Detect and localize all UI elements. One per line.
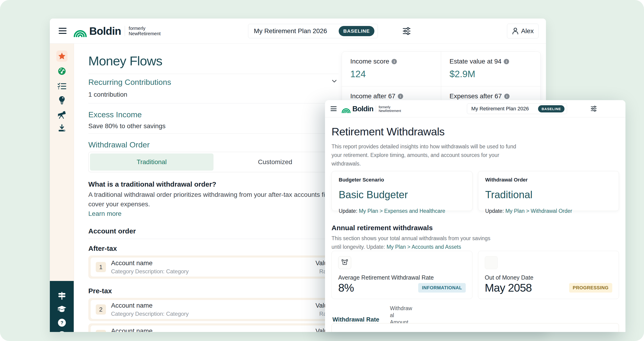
brand-wordmark: Boldin [352, 105, 373, 113]
explainer-answer: A traditional withdrawal order prioritiz… [88, 190, 348, 209]
sidebar-bottom-section: ? [50, 281, 74, 332]
sidebar-item-favorites[interactable] [56, 50, 68, 62]
group-after-tax-label: After-tax [88, 244, 117, 252]
section-recurring-contributions[interactable]: Recurring Contributions [88, 78, 171, 87]
withdrawal-order-card: Withdrawal Order Traditional Update: My … [478, 171, 619, 211]
withdrawal-order-tabs: Traditional Customized [88, 152, 338, 172]
star-icon [58, 52, 66, 60]
plan-settings-button[interactable] [590, 105, 598, 112]
sidebar-item-planner[interactable] [56, 81, 68, 92]
card-update-line: Update: My Plan > Withdrawal Order [485, 208, 612, 214]
progressing-badge: PROGRESSING [569, 283, 612, 292]
report-title: Retirement Withdrawals [332, 125, 445, 138]
menu-icon[interactable] [330, 106, 336, 111]
svg-text:?: ? [60, 320, 63, 325]
sidebar-item-downloads[interactable] [56, 122, 68, 134]
plan-settings-button[interactable] [402, 26, 412, 36]
account-description: Category Description: Category [111, 311, 316, 317]
account-description: Category Description: Category [111, 268, 316, 275]
boldin-logo[interactable]: Boldin formerly NewRetirement [341, 104, 401, 114]
info-icon[interactable]: i [504, 59, 509, 64]
account-order-number: 1 [96, 262, 106, 272]
info-icon[interactable]: i [504, 94, 510, 99]
sidebar-item-score[interactable] [56, 66, 68, 77]
account-row[interactable]: 2 Account name Category Description: Cat… [88, 298, 338, 321]
app-canvas: Boldin formerly NewRetirement BASELINE [0, 0, 644, 341]
divider [376, 106, 376, 112]
signpost-icon [58, 292, 66, 300]
calendar-placeholder-icon [485, 256, 498, 269]
help-icon: ? [58, 318, 66, 327]
plan-name-field[interactable]: BASELINE [467, 104, 567, 114]
budgeter-scenario-card: Budgeter Scenario Basic Budgeter Update:… [332, 171, 472, 211]
plan-name-field[interactable]: BASELINE [248, 24, 378, 38]
account-order-title: Account order [88, 227, 136, 235]
account-row[interactable]: 1 Account name Category Description: Cat… [88, 256, 338, 279]
app-header: Boldin formerly NewRetirement BASELINE [325, 100, 626, 117]
user-menu-button[interactable]: Alex [507, 24, 538, 38]
group-pre-tax-label: Pre-tax [88, 287, 112, 295]
sidebar-item-more[interactable] [57, 330, 67, 332]
circle-icon [58, 331, 66, 332]
explainer-question: What is a traditional withdrawal order? [88, 180, 216, 188]
sidebar-item-help[interactable]: ? [57, 318, 67, 328]
tab-traditional[interactable]: Traditional [90, 154, 214, 170]
nav-sidebar: ? [50, 44, 74, 332]
info-icon[interactable]: i [392, 59, 397, 64]
account-order-number: 2 [96, 304, 106, 314]
card-label: Budgeter Scenario [339, 177, 465, 183]
account-row[interactable]: 3 Account name Category Description: Cat… [88, 324, 338, 332]
user-name: Alex [521, 27, 534, 35]
stat-value: $2.9M [450, 69, 532, 79]
learn-more-link[interactable]: Learn more [88, 210, 122, 218]
metric-value: 8% [338, 282, 354, 294]
plan-name-input[interactable] [254, 27, 339, 35]
chevron-down-icon[interactable] [331, 78, 338, 84]
report-description: This report provides detailed insights i… [332, 142, 519, 168]
brand-formerly-label: formerly NewRetirement [129, 26, 161, 36]
sidebar-item-insights[interactable] [56, 94, 68, 106]
plan-name-input[interactable] [471, 106, 538, 112]
boldin-logo[interactable]: Boldin formerly NewRetirement [73, 24, 161, 38]
sidebar-item-explorer[interactable] [56, 109, 68, 120]
telescope-icon [58, 111, 66, 119]
update-link[interactable]: My Plan > Expenses and Healthcare [359, 208, 445, 214]
menu-icon[interactable] [59, 28, 66, 34]
logo-arcs-icon [73, 25, 88, 37]
account-name: Account name [111, 302, 316, 309]
metric-label: Out of Money Date [485, 274, 612, 281]
app-header: Boldin formerly NewRetirement BASELINE [50, 18, 546, 44]
window-retirement-withdrawals: Boldin formerly NewRetirement BASELINE R [325, 100, 626, 332]
update-link[interactable]: My Plan > Withdrawal Order [505, 208, 572, 214]
metric-label: Average Retirement Withdrawal Rate [338, 274, 466, 281]
out-of-money-metric-card: Out of Money Date May 2058 PROGRESSING [478, 251, 619, 299]
stat-income-score: Income scorei 124 [342, 52, 441, 86]
brand-wordmark: Boldin [89, 25, 121, 37]
metrics-row: Average Retirement Withdrawal Rate 8% IN… [332, 251, 619, 299]
baseline-badge: BASELINE [339, 26, 374, 36]
info-icon[interactable]: i [398, 94, 403, 99]
sidebar-item-classroom[interactable] [57, 304, 67, 314]
checklist-icon [58, 82, 66, 90]
accounts-assets-link[interactable]: My Plan > Accounts and Assets [386, 244, 461, 250]
account-name: Account name [111, 260, 316, 267]
account-name: Account name [111, 327, 316, 332]
section-excess-income[interactable]: Excess Income [88, 110, 142, 119]
card-value: Basic Budgeter [339, 189, 465, 200]
baseline-badge: BASELINE [538, 105, 564, 112]
chart-card-partial [332, 323, 619, 332]
page-title: Money Flows [88, 53, 162, 68]
download-icon [58, 124, 66, 132]
logo-arcs-icon [341, 105, 351, 113]
atm-withdrawal-icon [338, 256, 351, 269]
tab-customized[interactable]: Customized [214, 154, 337, 170]
excess-subtitle: Save 80% to other savings [88, 122, 166, 130]
section-withdrawal-order[interactable]: Withdrawal Order [88, 140, 150, 149]
card-label: Withdrawal Order [485, 177, 612, 183]
gauge-icon [58, 67, 66, 75]
recurring-subtitle: 1 contribution [88, 91, 127, 98]
divider [88, 103, 338, 104]
sidebar-item-guides[interactable] [57, 291, 67, 301]
divider [88, 74, 338, 74]
card-update-line: Update: My Plan > Expenses and Healthcar… [339, 208, 465, 214]
